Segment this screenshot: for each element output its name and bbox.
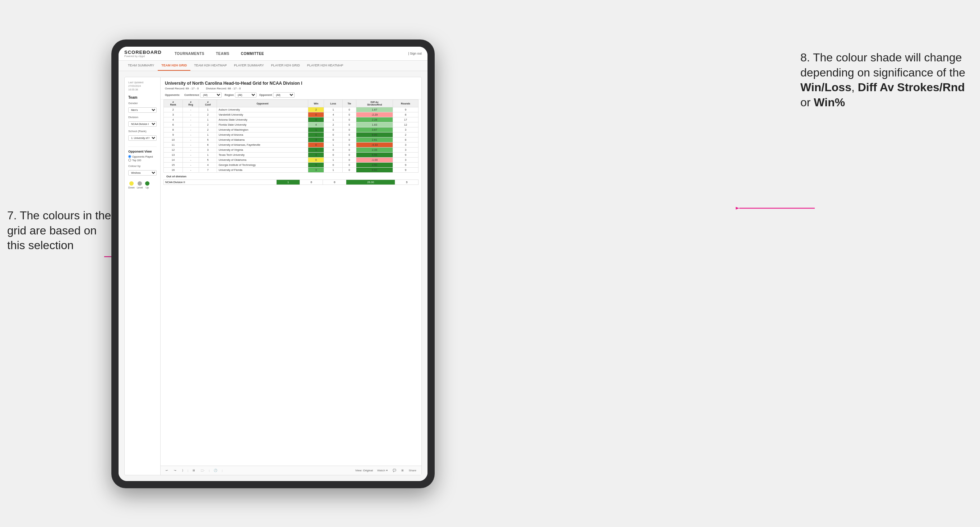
subnav-player-summary[interactable]: PLAYER SUMMARY [230, 61, 267, 71]
table-row: 14 - 5 University of Oklahoma 0 1 0 -1.0… [164, 157, 418, 163]
cell-rounds: 9 [393, 107, 418, 113]
forward-btn[interactable]: ⟩ [181, 468, 185, 473]
last-updated: Last Updated: 27/03/2024 16:55:38 [128, 81, 157, 91]
table-row: 15 - 4 Georgia Institute of Technology 5… [164, 163, 418, 168]
main-content: Last Updated: 27/03/2024 16:55:38 Team G… [119, 71, 428, 481]
view-original-label[interactable]: View: Original [355, 469, 373, 472]
records-row: Overall Record: 89 - 17 - 0 Division Rec… [165, 87, 417, 90]
cell-reg: - [183, 122, 199, 127]
cell-tie: 0 [342, 168, 356, 173]
grid-btn[interactable]: ⊞ [400, 468, 405, 473]
subnav-player-h2h-heatmap[interactable]: PLAYER H2H HEATMAP [304, 61, 347, 71]
table-row: 11 - 6 University of Arkansas, Fayettevi… [164, 143, 418, 148]
cell-loss: 2 [324, 122, 342, 127]
cell-diff: -4.33 [356, 143, 393, 148]
cell-opponent: Georgia Institute of Technology [217, 163, 308, 168]
watch-btn[interactable]: Watch ▾ [376, 468, 389, 473]
colour-by-select[interactable]: Win/loss [128, 170, 157, 176]
cell-reg: - [183, 127, 199, 132]
colour-legend: Down Level Up [128, 181, 157, 189]
cell-loss: 1 [324, 117, 342, 122]
subnav-player-h2h-grid[interactable]: PLAYER H2H GRID [267, 61, 303, 71]
cell-rounds: 8 [393, 113, 418, 117]
cell-rank: 9 [164, 132, 183, 138]
cell-diff: 3.67 [356, 127, 393, 132]
cell-reg: - [183, 143, 199, 148]
division-select[interactable]: NCAA Division I [128, 121, 157, 127]
cell-win: 3 [308, 168, 324, 173]
cell-reg: - [183, 132, 199, 138]
opponent-filter: Opponent (All) [259, 92, 294, 98]
share-btn[interactable]: Share [407, 468, 418, 473]
opponent-select[interactable]: (All) [273, 92, 294, 98]
cell-diff: 2.33 [356, 148, 393, 152]
col-conf: #Conf [199, 100, 217, 107]
bottom-toolbar: ↩ ↪ ⟩ | ⊞ ⬚· | 🕐 | View: Original Watch … [161, 466, 422, 475]
school-select[interactable]: 1. University of Nort... [128, 135, 157, 141]
cell-win: 4 [308, 122, 324, 127]
nav-bar: SCOREBOARD Powered by clippd TOURNAMENTS… [119, 47, 428, 61]
cell-loss: 1 [324, 157, 342, 163]
col-tie: Tie [342, 100, 356, 107]
cell-reg: - [183, 163, 199, 168]
right-content: University of North Carolina Head-to-Hea… [161, 77, 422, 475]
cell-tie: 0 [342, 117, 356, 122]
cell-loss: 0 [324, 163, 342, 168]
sub-nav: TEAM SUMMARY TEAM H2H GRID TEAM H2H HEAT… [119, 61, 428, 71]
cell-rounds: 8 [393, 138, 418, 143]
undo-btn[interactable]: ↩ [164, 468, 170, 473]
cell-conf: 7 [199, 168, 217, 173]
out-div-table: NCAA Division II 1 0 0 26.00 3 [164, 179, 418, 185]
region-select[interactable]: (All) [235, 92, 256, 98]
cell-rounds: 3 [393, 143, 418, 148]
table-row: 13 - 1 Texas Tech University 3 0 0 5.56 … [164, 152, 418, 157]
cell-opponent: Auburn University [217, 107, 308, 113]
redo-btn[interactable]: ↪ [172, 468, 178, 473]
nav-tournaments[interactable]: TOURNAMENTS [172, 50, 207, 57]
table-row: 8 - 2 University of Washington 1 0 0 3.6… [164, 127, 418, 132]
clock-btn[interactable]: 🕐 [212, 468, 219, 473]
h2h-table: #Rank #Reg #Conf Opponent Win Loss Tie D… [164, 100, 418, 173]
subnav-team-h2h-grid[interactable]: TEAM H2H GRID [158, 61, 190, 71]
cell-diff: 2.61 [356, 138, 393, 143]
radio-opponents-played[interactable]: Opponents Played [128, 155, 157, 158]
cell-rank: 2 [164, 107, 183, 113]
cell-rank: 4 [164, 117, 183, 122]
col-win: Win [308, 100, 324, 107]
cell-opponent: University of Arizona [217, 132, 308, 138]
subnav-team-summary[interactable]: TEAM SUMMARY [124, 61, 158, 71]
nav-teams[interactable]: TEAMS [214, 50, 232, 57]
paste-btn[interactable]: ⬚· [199, 468, 206, 473]
top100-label: Top 100 [132, 159, 141, 162]
cell-loss: 0 [324, 138, 342, 143]
tablet-screen: SCOREBOARD Powered by clippd TOURNAMENTS… [119, 47, 428, 481]
cell-opponent: University of Arkansas, Fayetteville [217, 143, 308, 148]
data-table-container: #Rank #Reg #Conf Opponent Win Loss Tie D… [161, 100, 422, 466]
comment-btn[interactable]: 💬 [391, 468, 398, 473]
cell-tie: 0 [342, 143, 356, 148]
opponents-filter-label: Opponents: [165, 93, 180, 97]
legend-down-dot [129, 181, 134, 186]
radio-top100[interactable]: Top 100 [128, 159, 157, 162]
cell-rank: 15 [164, 163, 183, 168]
logo-text: SCOREBOARD [124, 49, 162, 55]
copy-btn[interactable]: ⊞ [191, 468, 197, 473]
cell-diff: 1.83 [356, 122, 393, 127]
table-row: 2 - 1 Auburn University 2 1 0 1.67 9 [164, 107, 418, 113]
cell-opponent: Florida State University [217, 122, 308, 127]
cell-win: 3 [308, 138, 324, 143]
opponent-view-radio-group: Opponents Played Top 100 [128, 155, 157, 162]
legend-up: Up [145, 181, 150, 189]
gender-select[interactable]: Men's [128, 107, 157, 113]
sign-out-link[interactable]: | Sign out [408, 52, 422, 55]
cell-conf: 1 [199, 107, 217, 113]
subnav-team-h2h-heatmap[interactable]: TEAM H2H HEATMAP [190, 61, 230, 71]
cell-tie: 0 [342, 148, 356, 152]
cell-diff: 2.28 [356, 117, 393, 122]
cell-conf: 3 [199, 148, 217, 152]
cell-rounds: 9 [393, 152, 418, 157]
nav-committee[interactable]: COMMITTEE [239, 50, 267, 57]
cell-rank: 14 [164, 157, 183, 163]
cell-reg: - [183, 168, 199, 173]
conference-select[interactable]: (All) [200, 92, 222, 98]
